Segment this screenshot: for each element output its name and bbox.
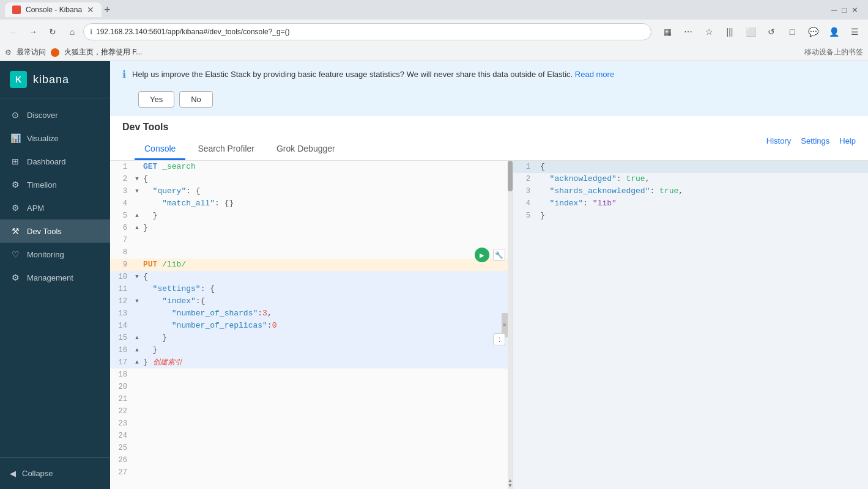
bookmark-frequent[interactable]: 最常访问	[17, 47, 46, 57]
tab-close-button[interactable]: ✕	[87, 5, 94, 15]
qr-button[interactable]: ▦	[659, 23, 676, 40]
code-line-10: 10 ▼ {	[110, 271, 513, 283]
more-button[interactable]: ⋯	[680, 23, 697, 40]
collapse-icon: ◀	[10, 469, 16, 478]
code-line-15: 15 ▲ }	[110, 332, 513, 344]
account-button[interactable]: 👤	[825, 23, 842, 40]
result-line-1: 1 {	[513, 161, 868, 173]
address-bar[interactable]: ℹ 192.168.23.140:5601/app/kibana#/dev_to…	[83, 23, 651, 40]
result-line-5: 5 }	[513, 210, 868, 222]
scroll-down-arrow[interactable]: ▼	[508, 483, 513, 489]
apm-icon: ⚙	[10, 202, 21, 213]
code-line-2: 2 ▼ {	[110, 173, 513, 185]
monitoring-icon: ♡	[10, 249, 21, 260]
forward-button[interactable]: →	[24, 23, 42, 40]
gear-settings-icon: ⚙	[5, 48, 12, 57]
sidebar-bottom: ◀ Collapse	[0, 457, 110, 489]
sidebar-item-apm[interactable]: ⚙ APM	[0, 196, 110, 219]
tab-title: Console - Kibana	[26, 6, 82, 14]
extensions-button[interactable]: |||	[721, 23, 738, 40]
bookmark-button[interactable]: ☆	[700, 23, 718, 40]
new-tab-button[interactable]: +	[104, 4, 111, 17]
sidebar-item-visualize[interactable]: 📊 Visualize	[0, 127, 110, 150]
sidebar-item-management[interactable]: ⚙ Management	[0, 266, 110, 289]
run-action-buttons: ▶ 🔧	[475, 248, 505, 262]
back-button[interactable]: ←	[5, 23, 22, 40]
sidebar-item-dashboard[interactable]: ⊞ Dashboard	[0, 150, 110, 173]
history-nav-button[interactable]: ↺	[763, 23, 780, 40]
home-button[interactable]: ⌂	[64, 23, 81, 40]
code-line-1: 1 GET _search	[110, 161, 513, 173]
visualize-icon: 📊	[10, 133, 21, 144]
browser-titlebar: Console - Kibana ✕ + ─ □ ✕	[0, 0, 868, 20]
wrench-button[interactable]: 🔧	[493, 249, 505, 261]
result-line-2: 2 "acknowledged": true,	[513, 173, 868, 185]
code-line-17: 17 ▲ }创建索引	[110, 356, 513, 369]
scrollbar-thumb[interactable]	[508, 161, 513, 191]
browser-nav: ← → ↻ ⌂ ℹ 192.168.23.140:5601/app/kibana…	[0, 20, 868, 44]
info-banner: ℹ Help us improve the Elastic Stack by p…	[110, 61, 868, 116]
kibana-icon: K	[10, 71, 27, 88]
code-line-23: 23	[110, 417, 513, 430]
editor-scrollbar[interactable]: ▲ ▼	[508, 161, 513, 489]
sidebar-item-monitoring[interactable]: ♡ Monitoring	[0, 243, 110, 266]
sidebar-item-discover[interactable]: ⊙ Discover	[0, 103, 110, 127]
sidebar-label-visualize: Visualize	[27, 134, 59, 143]
sidebar: K kibana ⊙ Discover 📊 Visualize ⊞ Dashbo…	[0, 61, 110, 489]
run-button[interactable]: ▶	[475, 248, 489, 262]
tab-console[interactable]: Console	[135, 139, 185, 160]
read-more-link[interactable]: Read more	[575, 70, 614, 79]
sidebar-button[interactable]: ⬜	[742, 23, 759, 40]
code-line-12: 12 ▼ "index":{	[110, 295, 513, 307]
collapse-button[interactable]: ◀ Collapse	[0, 463, 110, 484]
code-line-13: 13 "number_of_shards":3,	[110, 307, 513, 320]
mobile-bookmarks[interactable]: 移动设备上的书签	[804, 47, 863, 57]
app-container: K kibana ⊙ Discover 📊 Visualize ⊞ Dashbo…	[0, 61, 868, 489]
sidebar-label-discover: Discover	[27, 111, 58, 120]
sidebar-item-timelion[interactable]: ⚙ Timelion	[0, 173, 110, 196]
console-area: 1 GET _search 2 ▼ { 3 ▼ "query": { 4	[110, 161, 868, 489]
minimize-button[interactable]: ─	[831, 6, 837, 15]
screenshot-button[interactable]: □	[784, 23, 801, 40]
devtools-actions: History Settings Help	[766, 136, 856, 145]
bookmark-firefox[interactable]: 火狐主页，推荐使用 F...	[64, 47, 142, 57]
devtools-icon: ⚒	[10, 226, 21, 237]
code-line-18: 18	[110, 369, 513, 381]
history-link[interactable]: History	[766, 136, 791, 145]
sidebar-item-devtools[interactable]: ⚒ Dev Tools	[0, 219, 110, 243]
timelion-icon: ⚙	[10, 179, 21, 190]
tab-favicon	[12, 6, 21, 14]
tab-search-profiler[interactable]: Search Profiler	[188, 139, 264, 160]
chat-button[interactable]: 💬	[804, 23, 822, 40]
no-button[interactable]: No	[179, 91, 213, 108]
main-content: ℹ Help us improve the Elastic Stack by p…	[110, 61, 868, 489]
url-text: 192.168.23.140:5601/app/kibana#/dev_tool…	[96, 28, 645, 36]
bookmarks-bar: ⚙ 最常访问 火狐主页，推荐使用 F... 移动设备上的书签	[0, 44, 868, 61]
refresh-button[interactable]: ↻	[44, 23, 61, 40]
settings-link[interactable]: Settings	[801, 136, 829, 145]
sidebar-label-dashboard: Dashboard	[27, 157, 66, 166]
devtools-header: Dev Tools Console Search Profiler Grok D…	[110, 116, 868, 161]
more-options-button[interactable]: ⋮	[493, 333, 505, 345]
sidebar-nav: ⊙ Discover 📊 Visualize ⊞ Dashboard ⚙ Tim…	[0, 98, 110, 457]
yes-button[interactable]: Yes	[138, 91, 174, 108]
sidebar-label-apm: APM	[27, 204, 44, 213]
code-line-21: 21	[110, 393, 513, 405]
editor-pane[interactable]: 1 GET _search 2 ▼ { 3 ▼ "query": { 4	[110, 161, 513, 489]
code-line-7: 7	[110, 234, 513, 246]
code-line-8: 8	[110, 246, 513, 259]
code-line-22: 22	[110, 405, 513, 417]
menu-button[interactable]: ☰	[846, 23, 863, 40]
tab-grok-debugger[interactable]: Grok Debugger	[267, 139, 345, 160]
sidebar-label-monitoring: Monitoring	[27, 250, 64, 259]
close-window-button[interactable]: ✕	[851, 6, 858, 15]
info-icon: ℹ	[122, 68, 126, 80]
sidebar-logo: K kibana	[0, 61, 110, 98]
code-line-11: 11 "settings": {	[110, 283, 513, 295]
lock-icon: ℹ	[90, 28, 92, 36]
result-pane: 1 { 2 "acknowledged": true, 3 "shards_ac…	[513, 161, 868, 489]
maximize-button[interactable]: □	[842, 6, 847, 15]
devtools-tabs: Console Search Profiler Grok Debugger	[122, 139, 347, 160]
help-link[interactable]: Help	[839, 136, 856, 145]
browser-tab[interactable]: Console - Kibana ✕	[5, 2, 102, 17]
